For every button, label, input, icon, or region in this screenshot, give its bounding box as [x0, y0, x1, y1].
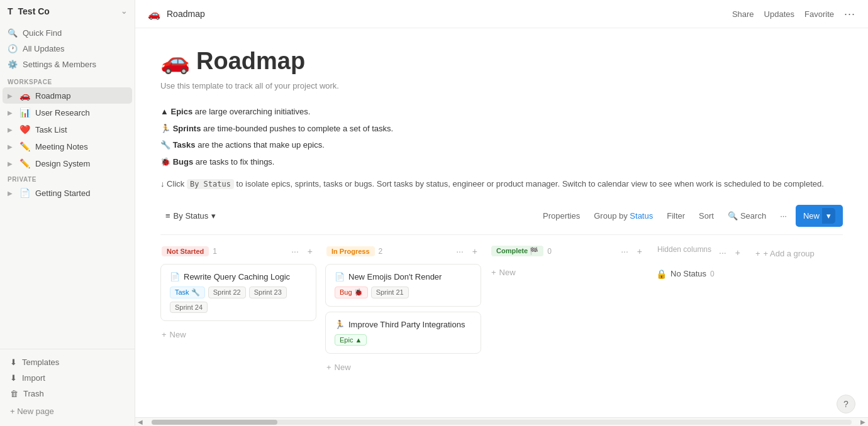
- epics-desc: are large overarching initiatives.: [195, 107, 311, 116]
- hidden-cols-label: Hidden columns: [656, 245, 713, 254]
- sprints-term: Sprints: [173, 124, 201, 133]
- company-chevron: ⌄: [121, 7, 127, 16]
- col-add-btn[interactable]: +: [470, 245, 480, 258]
- sidebar-footer: ⬇ Templates ⬇ Import 🗑 Trash + New page: [0, 349, 135, 426]
- board-col-in-progress: In Progress 2 ··· + 📄 New Emojis Don't R…: [325, 245, 481, 376]
- card-icon: 📄: [335, 272, 345, 281]
- sidebar-item-roadmap[interactable]: ▶ 🚗 Roadmap: [3, 87, 132, 104]
- scroll-thumb[interactable]: [152, 420, 277, 425]
- col-count: 1: [213, 247, 217, 256]
- item-label: Meeting Notes: [35, 142, 126, 151]
- more-options-button[interactable]: ···: [775, 209, 792, 223]
- card-card-2[interactable]: 📄 New Emojis Don't Render Bug 🐞Sprint 21: [325, 264, 481, 307]
- legend: ▲ Epics are large overarching initiative…: [160, 104, 843, 170]
- new-button[interactable]: New ▾: [796, 205, 843, 227]
- item-icon: ⬇: [10, 358, 17, 367]
- filter-button[interactable]: Filter: [662, 209, 690, 223]
- item-icon: ❤️: [19, 124, 30, 134]
- card-title-text: New Emojis Don't Render: [348, 272, 442, 281]
- updates-button[interactable]: Updates: [764, 9, 794, 19]
- chevron-icon: ▶: [8, 190, 13, 197]
- item-label: Templates: [22, 358, 59, 367]
- all-updates[interactable]: 🕐 All Updates: [0, 41, 135, 57]
- chevron-down-icon: ▾: [211, 211, 216, 221]
- card-card-3[interactable]: 🏃 Improve Third Party Integrations Epic …: [325, 312, 481, 354]
- board-col-not-started: Not Started 1 ··· + 📄 Rewrite Query Cach…: [160, 245, 316, 376]
- add-group-col: + + Add a group: [753, 245, 828, 376]
- bottom-scrollbar[interactable]: ◀ ▶: [135, 417, 868, 426]
- card-tag[interactable]: Task 🔧: [170, 287, 205, 298]
- updates-icon: 🕐: [8, 44, 18, 53]
- bugs-icon: 🐞: [160, 157, 170, 167]
- hidden-add-btn[interactable]: +: [733, 246, 743, 259]
- add-group-button[interactable]: + + Add a group: [753, 246, 817, 261]
- scroll-right-arrow[interactable]: ▶: [858, 418, 868, 425]
- new-button-chevron[interactable]: ▾: [822, 208, 835, 224]
- add-new-row[interactable]: +New: [325, 359, 481, 376]
- col-add-btn[interactable]: +: [305, 245, 315, 258]
- col-more-btn[interactable]: ···: [453, 245, 466, 258]
- epics-icon: ▲: [160, 107, 169, 116]
- properties-button[interactable]: Properties: [538, 209, 585, 223]
- add-new-row[interactable]: +New: [490, 264, 646, 281]
- page-title: 🚗 Roadmap: [160, 47, 843, 75]
- settings-members[interactable]: ⚙️ Settings & Members: [0, 57, 135, 72]
- sidebar-footer-trash[interactable]: 🗑 Trash: [3, 386, 132, 401]
- card-tag[interactable]: Sprint 21: [371, 287, 409, 298]
- col-actions: ··· +: [453, 245, 480, 258]
- card-title-text: Rewrite Query Caching Logic: [184, 272, 290, 281]
- col-more-btn[interactable]: ···: [618, 245, 631, 258]
- epics-term: Epics: [171, 107, 193, 116]
- item-icon: ✏️: [19, 158, 30, 168]
- sidebar-item-task-list[interactable]: ▶ ❤️ Task List: [3, 121, 132, 138]
- legend-note: ↓ Click By Status to isolate epics, spri…: [160, 179, 843, 188]
- item-icon: ⬇: [10, 373, 17, 383]
- private-label: PRIVATE: [0, 172, 135, 184]
- help-button[interactable]: ?: [837, 395, 855, 413]
- note-suffix: to isolate epics, sprints, tasks or bugs…: [236, 179, 824, 188]
- sidebar-item-design-system[interactable]: ▶ ✏️ Design System: [3, 155, 132, 172]
- col-badge: Not Started: [162, 246, 209, 256]
- card-tag[interactable]: Epic ▲: [335, 334, 367, 346]
- quick-find[interactable]: 🔍 Quick Find: [0, 25, 135, 41]
- topbar-title: Roadmap: [167, 9, 726, 19]
- card-tag[interactable]: Sprint 22: [208, 287, 246, 298]
- new-page-button[interactable]: + New page: [3, 401, 132, 421]
- card-tag[interactable]: Sprint 23: [249, 287, 287, 298]
- search-button[interactable]: 🔍 Search: [723, 209, 771, 223]
- sidebar-item-meeting-notes[interactable]: ▶ ✏️ Meeting Notes: [3, 138, 132, 155]
- sprints-desc: are time-bounded pushes to complete a se…: [203, 124, 393, 133]
- item-label: Design System: [35, 159, 126, 168]
- scroll-track[interactable]: [152, 420, 852, 425]
- col-add-btn[interactable]: +: [635, 245, 645, 258]
- add-new-row[interactable]: +New: [160, 326, 316, 343]
- share-button[interactable]: Share: [732, 9, 754, 19]
- col-header-in-progress: In Progress 2 ··· +: [325, 245, 481, 258]
- favorite-button[interactable]: Favorite: [804, 9, 834, 19]
- tasks-desc: are the actions that make up epics.: [198, 140, 325, 150]
- sidebar-footer-import[interactable]: ⬇ Import: [3, 370, 132, 386]
- col-badge: In Progress: [326, 246, 375, 256]
- sidebar-footer-templates[interactable]: ⬇ Templates: [3, 354, 132, 370]
- no-status-row[interactable]: 🔒 No Status 0: [655, 266, 744, 281]
- chevron-icon: ▶: [8, 109, 13, 116]
- col-more-btn[interactable]: ···: [289, 245, 301, 258]
- group-by-button[interactable]: Group by Status: [589, 209, 658, 223]
- card-tag[interactable]: Sprint 24: [170, 302, 208, 313]
- no-status-icon: 🔒: [656, 269, 667, 279]
- sort-button[interactable]: Sort: [694, 209, 719, 223]
- by-status-button[interactable]: ≡ By Status ▾: [160, 209, 221, 223]
- sidebar-item-getting-started[interactable]: ▶ 📄 Getting Started: [3, 185, 132, 201]
- scroll-left-arrow[interactable]: ◀: [135, 418, 145, 425]
- card-tag[interactable]: Bug 🐞: [335, 287, 368, 298]
- more-button[interactable]: ···: [844, 8, 855, 21]
- item-icon: 🚗: [19, 90, 30, 101]
- sidebar-item-user-research[interactable]: ▶ 📊 User Research: [3, 104, 132, 121]
- tasks-term: Tasks: [173, 140, 196, 150]
- hidden-more-btn[interactable]: ···: [716, 246, 729, 259]
- card-card-1[interactable]: 📄 Rewrite Query Caching Logic Task 🔧Spri…: [160, 264, 316, 321]
- hidden-cols-header: Hidden columns ··· +: [655, 245, 744, 260]
- col-count: 0: [547, 247, 552, 256]
- item-label: Getting Started: [35, 188, 126, 198]
- company-header[interactable]: T Test Co ⌄: [0, 0, 135, 23]
